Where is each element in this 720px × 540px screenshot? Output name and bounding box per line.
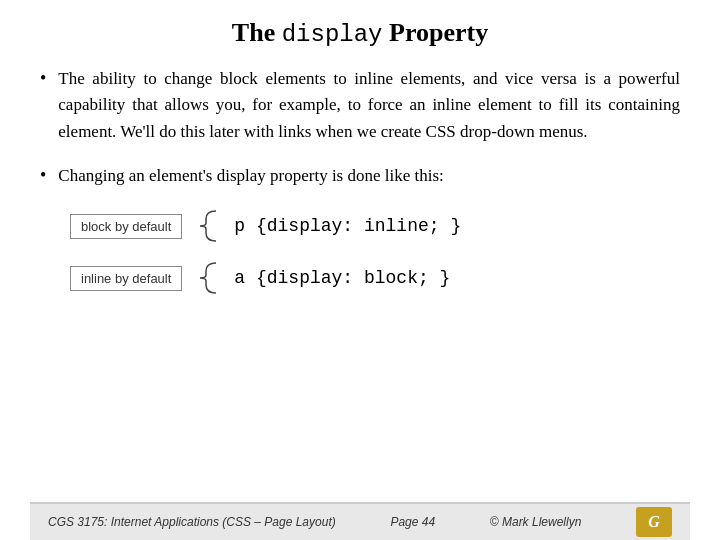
footer-logo-icon: G — [636, 507, 672, 537]
demo-row-1: block by default p {display: inline; } — [70, 207, 680, 245]
bullet-text-2: Changing an element's display property i… — [58, 163, 444, 189]
bullet-dot-1: • — [40, 68, 46, 89]
code-text-1: p {display: inline; } — [234, 216, 461, 236]
title-mono: display — [282, 21, 383, 48]
brace-arrow-2 — [182, 259, 228, 297]
title-prefix: The — [232, 18, 282, 47]
demo-row-2: inline by default a {display: block; } — [70, 259, 680, 297]
svg-text:G: G — [648, 513, 660, 530]
bullet-text-1: The ability to change block elements to … — [58, 66, 680, 145]
brace-svg-2 — [186, 259, 224, 297]
title-suffix: Property — [383, 18, 489, 47]
footer-left: CGS 3175: Internet Applications (CSS – P… — [48, 515, 336, 529]
footer-center: Page 44 — [390, 515, 435, 529]
slide-content: • The ability to change block elements t… — [30, 66, 690, 502]
slide-title: The display Property — [30, 18, 690, 48]
brace-arrow-1 — [182, 207, 228, 245]
brace-svg-1 — [186, 207, 224, 245]
slide: The display Property • The ability to ch… — [0, 0, 720, 540]
footer: CGS 3175: Internet Applications (CSS – P… — [30, 502, 690, 540]
bullet-dot-2: • — [40, 165, 46, 186]
code-text-2: a {display: block; } — [234, 268, 450, 288]
label-inline: inline by default — [70, 266, 182, 291]
label-block: block by default — [70, 214, 182, 239]
footer-right: © Mark Llewellyn — [490, 515, 582, 529]
bullet-2: • Changing an element's display property… — [40, 163, 680, 189]
bullet-1: • The ability to change block elements t… — [40, 66, 680, 145]
demo-section: block by default p {display: inline; } i… — [70, 207, 680, 297]
